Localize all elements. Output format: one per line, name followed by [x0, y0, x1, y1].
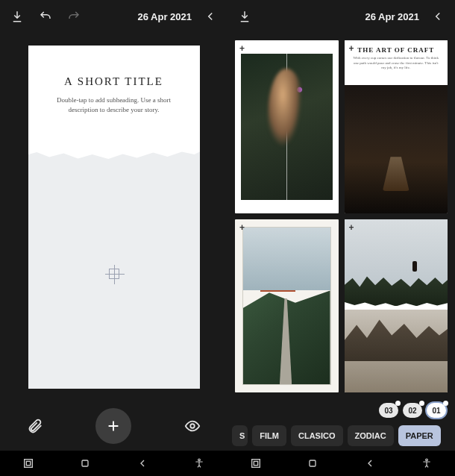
editor-canvas-area: A SHORT TITLE Double-tap to add subheadi…	[0, 33, 228, 401]
template-card[interactable]: + THE ART OF CRAFT With every cup comes …	[345, 40, 448, 213]
templates-pane: 26 Apr 2021 + + THE ART OF CRAFT With ev…	[228, 0, 455, 476]
template-thumbnail	[241, 54, 333, 200]
canvas-title[interactable]: A SHORT TITLE	[43, 75, 185, 88]
filter-chip[interactable]: FILM	[252, 425, 286, 446]
svg-rect-7	[310, 460, 316, 466]
template-thumbnail	[242, 227, 331, 385]
filter-tabs: S FILM CLASICO ZODIAC PAPER	[228, 421, 455, 451]
plus-icon: +	[239, 43, 245, 54]
editor-topbar: 26 Apr 2021	[0, 0, 228, 33]
canvas-text-block[interactable]: A SHORT TITLE Double-tap to add subheadi…	[28, 46, 200, 122]
story-canvas[interactable]: A SHORT TITLE Double-tap to add subheadi…	[28, 46, 200, 389]
template-card[interactable]: +	[345, 219, 448, 392]
template-card[interactable]: +	[235, 219, 339, 392]
nav-back-icon[interactable]	[362, 455, 378, 472]
template-header: THE ART OF CRAFT With every cup comes ou…	[345, 40, 448, 85]
templates-grid: + + THE ART OF CRAFT With every cup come…	[228, 33, 455, 400]
nav-accessibility-icon[interactable]	[418, 455, 435, 472]
editor-bottom-toolbar	[0, 401, 228, 451]
svg-rect-1	[25, 460, 33, 468]
svg-point-0	[190, 424, 195, 428]
nav-home-icon[interactable]	[77, 455, 93, 472]
svg-point-4	[198, 459, 201, 461]
template-title: THE ART OF CRAFT	[352, 46, 441, 54]
export-icon[interactable]	[235, 7, 254, 26]
filter-chip[interactable]: CLASICO	[291, 425, 343, 446]
redo-icon[interactable]	[64, 7, 84, 26]
svg-point-8	[426, 459, 428, 461]
page-indicator-row: 03 02 01	[228, 400, 455, 421]
plus-icon: +	[349, 43, 354, 54]
page-pill[interactable]: 02	[403, 403, 422, 418]
nav-recents-icon[interactable]	[248, 455, 264, 472]
svg-rect-6	[254, 461, 257, 465]
editor-date: 26 Apr 2021	[137, 11, 192, 22]
plus-icon: +	[239, 222, 245, 233]
canvas-subtitle[interactable]: Double-tap to add subheading. Use a shor…	[43, 95, 185, 114]
nav-home-icon[interactable]	[304, 455, 321, 472]
filter-chip[interactable]: PAPER	[398, 425, 441, 446]
nav-recents-icon[interactable]	[20, 455, 37, 472]
editor-pane: 26 Apr 2021 A SHORT TITLE Double-tap to …	[0, 0, 228, 476]
add-button[interactable]	[95, 408, 131, 444]
templates-topbar: 26 Apr 2021	[228, 0, 455, 33]
close-icon[interactable]	[201, 7, 220, 26]
nav-back-icon[interactable]	[134, 455, 151, 472]
filter-chip[interactable]: ZODIAC	[348, 425, 394, 446]
nav-accessibility-icon[interactable]	[191, 455, 207, 472]
close-icon[interactable]	[428, 7, 448, 26]
export-icon[interactable]	[7, 7, 27, 26]
template-subtitle: With every cup comes our dedication to f…	[352, 56, 441, 71]
page-pill[interactable]: 03	[379, 403, 398, 418]
template-card[interactable]: +	[235, 40, 339, 213]
preview-icon[interactable]	[183, 416, 202, 436]
svg-rect-3	[82, 460, 88, 466]
undo-icon[interactable]	[36, 7, 55, 26]
add-photo-icon[interactable]	[109, 269, 119, 279]
svg-rect-2	[26, 461, 30, 465]
system-navbar-left	[0, 451, 228, 476]
filter-chip[interactable]: S	[232, 425, 248, 446]
svg-rect-5	[252, 460, 260, 468]
page-pill[interactable]: 01	[427, 403, 446, 418]
attachment-icon[interactable]	[25, 416, 45, 436]
templates-date: 26 Apr 2021	[365, 11, 419, 22]
system-navbar-right	[228, 451, 455, 476]
template-thumbnail	[345, 85, 448, 213]
plus-icon: +	[349, 222, 354, 233]
canvas-photo-zone[interactable]	[28, 150, 200, 389]
